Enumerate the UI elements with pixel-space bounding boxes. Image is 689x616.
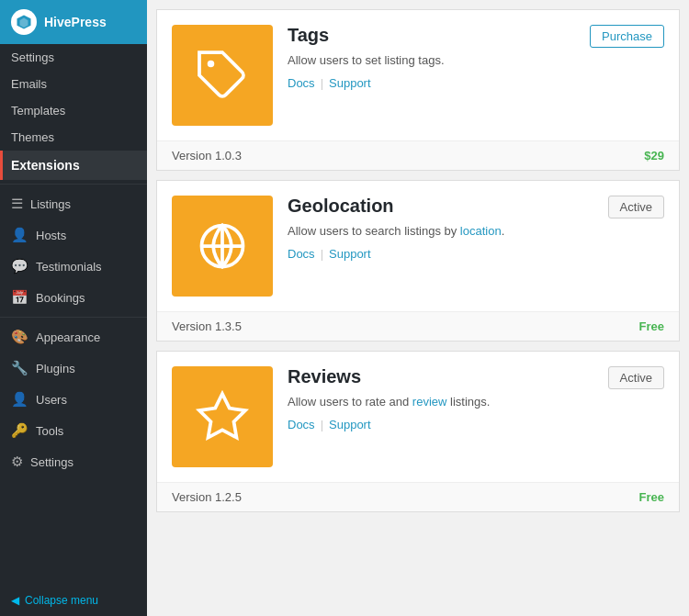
sidebar-item-appearance[interactable]: 🎨 Appearance xyxy=(0,321,147,353)
reviews-docs-link[interactable]: Docs xyxy=(288,418,315,431)
reviews-links: Docs | Support xyxy=(288,418,664,431)
reviews-price: Free xyxy=(639,490,664,504)
tools-icon: 🔑 xyxy=(11,422,28,439)
tags-version: Version 1.0.3 xyxy=(172,149,242,162)
sidebar-item-bookings[interactable]: 📅 Bookings xyxy=(0,282,147,313)
sidebar-item-extensions[interactable]: Extensions xyxy=(0,151,147,180)
sidebar-item-templates[interactable]: Templates xyxy=(0,97,147,124)
sidebar-item-plugins[interactable]: 🔧 Plugins xyxy=(0,353,147,384)
geolocation-footer: Version 1.3.5 Free xyxy=(157,311,679,341)
listings-icon: ☰ xyxy=(11,196,23,212)
tags-price: $29 xyxy=(644,149,664,162)
tags-icon-box xyxy=(172,25,273,126)
geolocation-link-sep: | xyxy=(321,247,323,261)
geolocation-links: Docs | Support xyxy=(288,247,664,261)
sidebar-item-emails[interactable]: Emails xyxy=(0,71,147,97)
testimonials-icon: 💬 xyxy=(11,258,28,274)
reviews-footer: Version 1.2.5 Free xyxy=(157,482,679,511)
geolocation-active-button[interactable]: Active xyxy=(608,196,664,218)
geolocation-title: Geolocation xyxy=(288,196,394,217)
appearance-icon: 🎨 xyxy=(11,329,28,345)
geolocation-price: Free xyxy=(639,319,664,333)
sidebar-divider-1 xyxy=(0,184,147,185)
tags-link-sep: | xyxy=(321,76,323,90)
extension-card-tags: Tags Purchase Allow users to set listing… xyxy=(156,9,680,171)
svg-marker-6 xyxy=(199,394,245,438)
geolocation-info: Geolocation Active Allow users to search… xyxy=(288,196,664,261)
sidebar-divider-2 xyxy=(0,317,147,318)
reviews-title: Reviews xyxy=(288,366,361,387)
extension-card-reviews: Reviews Active Allow users to rate and r… xyxy=(156,351,680,512)
tags-title: Tags xyxy=(288,25,329,46)
reviews-link-sep: | xyxy=(321,418,323,431)
reviews-info: Reviews Active Allow users to rate and r… xyxy=(288,366,664,431)
collapse-icon: ◀ xyxy=(11,594,19,607)
reviews-active-button[interactable]: Active xyxy=(608,366,664,389)
collapse-menu-button[interactable]: ◀ Collapse menu xyxy=(0,585,147,616)
sidebar-item-settings-top[interactable]: Settings xyxy=(0,44,147,71)
bookings-icon: 📅 xyxy=(11,289,28,306)
tags-support-link[interactable]: Support xyxy=(329,76,371,90)
sidebar-item-settings-bottom[interactable]: ⚙ Settings xyxy=(0,446,147,477)
tags-purchase-button[interactable]: Purchase xyxy=(590,25,664,48)
geolocation-version: Version 1.3.5 xyxy=(172,319,242,333)
geolocation-location-link[interactable]: location xyxy=(460,224,502,238)
reviews-title-row: Reviews Active xyxy=(288,366,664,389)
sidebar-logo-text: HivePress xyxy=(44,15,107,29)
tags-description: Allow users to set listing tags. xyxy=(288,53,664,67)
sidebar-logo[interactable]: HivePress xyxy=(0,0,147,44)
tags-title-row: Tags Purchase xyxy=(288,25,664,48)
main-content: Tags Purchase Allow users to set listing… xyxy=(147,0,689,616)
tags-links: Docs | Support xyxy=(288,76,664,90)
hosts-icon: 👤 xyxy=(11,227,28,243)
geolocation-title-row: Geolocation Active xyxy=(288,196,664,218)
geolocation-description: Allow users to search listings by locati… xyxy=(288,224,664,238)
extension-card-reviews-body: Reviews Active Allow users to rate and r… xyxy=(157,352,679,482)
plugins-icon: 🔧 xyxy=(11,360,28,376)
sidebar-item-hosts[interactable]: 👤 Hosts xyxy=(0,219,147,251)
geolocation-support-link[interactable]: Support xyxy=(329,247,371,261)
sidebar-item-themes[interactable]: Themes xyxy=(0,124,147,151)
extension-card-tags-body: Tags Purchase Allow users to set listing… xyxy=(157,10,679,140)
reviews-version: Version 1.2.5 xyxy=(172,490,242,504)
reviews-review-link[interactable]: review xyxy=(412,395,447,409)
sidebar-item-listings[interactable]: ☰ Listings xyxy=(0,188,147,219)
sidebar: HivePress Settings Emails Templates Them… xyxy=(0,0,147,616)
tags-docs-link[interactable]: Docs xyxy=(288,76,315,90)
sidebar-item-tools[interactable]: 🔑 Tools xyxy=(0,415,147,446)
hivepress-logo-icon xyxy=(11,9,37,35)
extension-card-geolocation: Geolocation Active Allow users to search… xyxy=(156,180,680,342)
sidebar-item-users[interactable]: 👤 Users xyxy=(0,384,147,415)
users-icon: 👤 xyxy=(11,391,28,408)
extension-card-geolocation-body: Geolocation Active Allow users to search… xyxy=(157,181,679,311)
sidebar-item-testimonials[interactable]: 💬 Testimonials xyxy=(0,251,147,282)
reviews-description: Allow users to rate and review listings. xyxy=(288,395,664,409)
tags-info: Tags Purchase Allow users to set listing… xyxy=(288,25,664,90)
svg-point-2 xyxy=(208,61,215,68)
reviews-support-link[interactable]: Support xyxy=(329,418,371,431)
tags-footer: Version 1.0.3 $29 xyxy=(157,140,679,170)
reviews-icon-box xyxy=(172,366,273,467)
geolocation-docs-link[interactable]: Docs xyxy=(288,247,315,261)
settings-icon: ⚙ xyxy=(11,454,23,470)
geolocation-icon-box xyxy=(172,196,273,297)
